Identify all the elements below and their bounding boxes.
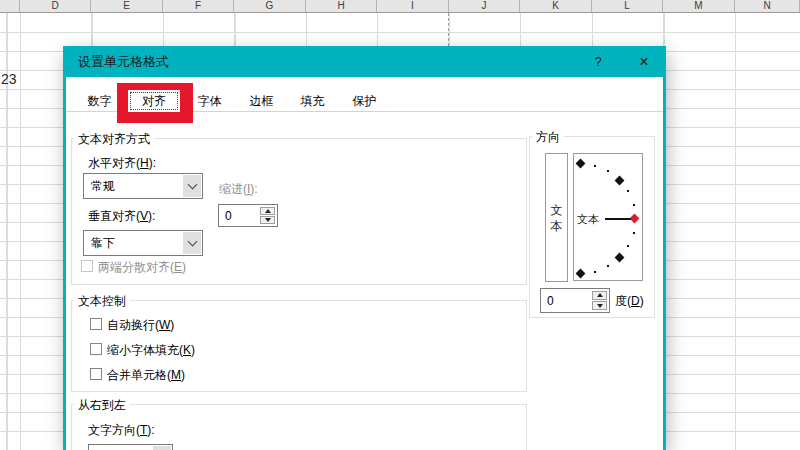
orientation-group-title: 方向 (532, 130, 564, 144)
column-header-N[interactable]: N (735, 0, 800, 12)
indent-value: 0 (225, 209, 232, 223)
gauge-dot (627, 245, 629, 247)
merge-cells-label[interactable]: 合并单元格(M) (107, 368, 185, 382)
gauge-text-label: 文本 (577, 212, 599, 227)
wrap-text-label[interactable]: 自动换行(W) (107, 318, 174, 332)
tab-number[interactable]: 数字 (80, 90, 119, 112)
dialog-left-border (63, 46, 66, 450)
gauge-diamond-90 (576, 159, 586, 169)
column-header-I[interactable]: I (377, 0, 449, 12)
horizontal-alignment-label: 水平对齐(H): (88, 156, 156, 170)
gauge-dot (633, 204, 635, 206)
tab-alignment[interactable]: 对齐 (128, 90, 180, 112)
vertical-alignment-label: 垂直对齐(V): (88, 209, 155, 223)
spin-up-icon[interactable] (592, 291, 607, 300)
gauge-dot (594, 271, 596, 273)
horizontal-alignment-dropdown[interactable]: 常规 (83, 173, 203, 199)
column-header-L[interactable]: L (592, 0, 663, 12)
gauge-diamond-current (630, 214, 640, 224)
wrap-text-checkbox[interactable] (90, 318, 102, 330)
orientation-gauge[interactable]: 文本 (573, 153, 643, 281)
column-header-partial[interactable] (0, 0, 20, 12)
spin-down-icon[interactable] (592, 301, 607, 310)
tab-font[interactable]: 字体 (190, 90, 229, 112)
tab-fill[interactable]: 填充 (293, 90, 332, 112)
dialog-right-border (663, 46, 666, 450)
justify-distributed-label: 两端分散对齐(E) (98, 260, 186, 274)
column-header-E[interactable]: E (91, 0, 163, 12)
spreadsheet-cell[interactable]: 23 (1, 71, 17, 87)
text-direction-dropdown[interactable] (88, 444, 173, 450)
spin-down-icon[interactable] (260, 216, 275, 224)
gauge-diamond-neg45 (615, 253, 625, 263)
column-header-M[interactable]: M (663, 0, 735, 12)
tab-border[interactable]: 边框 (242, 90, 281, 112)
column-header-G[interactable]: G (234, 0, 306, 12)
page-break-line (448, 13, 449, 46)
shrink-to-fit-label[interactable]: 缩小字体填充(K) (107, 343, 195, 357)
text-direction-label: 文字方向(T): (88, 423, 155, 437)
dialog-titlebar: 设置单元格格式 ? × (63, 46, 666, 77)
chevron-down-icon (183, 232, 201, 254)
format-cells-dialog: 设置单元格格式 ? × 数字 对齐 边框 字体 填充 保护 文本对齐方式 水平对… (63, 46, 666, 450)
text-control-group-title: 文本控制 (74, 294, 130, 308)
text-alignment-group-title: 文本对齐方式 (74, 132, 154, 146)
gauge-dot (607, 170, 609, 172)
gauge-dot (633, 232, 635, 234)
column-header-H[interactable]: H (306, 0, 377, 12)
justify-distributed-checkbox (81, 260, 93, 272)
merge-cells-checkbox[interactable] (90, 368, 102, 380)
dialog-title: 设置单元格格式 (78, 46, 169, 77)
degrees-value: 0 (547, 294, 554, 308)
close-icon[interactable]: × (632, 46, 656, 77)
tab-protection[interactable]: 保护 (345, 90, 384, 112)
help-button[interactable]: ? (587, 46, 609, 77)
gauge-diamond-45 (615, 176, 625, 186)
column-header-K[interactable]: K (520, 0, 592, 12)
degrees-label: 度(D) (615, 294, 644, 308)
vertical-text-option[interactable]: 文本 (545, 153, 568, 282)
column-header-J[interactable]: J (449, 0, 520, 12)
shrink-to-fit-checkbox[interactable] (90, 343, 102, 355)
gauge-needle (605, 218, 631, 220)
vertical-alignment-value: 靠下 (91, 235, 115, 252)
right-to-left-group-title: 从右到左 (74, 398, 130, 412)
chevron-down-icon (153, 446, 171, 450)
degrees-stepper[interactable]: 0 (540, 288, 610, 313)
vertical-alignment-dropdown[interactable]: 靠下 (83, 230, 203, 256)
indent-label: 缩进(I): (219, 182, 258, 196)
column-header-D[interactable]: D (20, 0, 91, 12)
gauge-dot (607, 265, 609, 267)
column-header-F[interactable]: F (163, 0, 234, 12)
spin-up-icon[interactable] (260, 207, 275, 215)
vertical-text-label: 文本 (550, 202, 563, 234)
gauge-dot (627, 190, 629, 192)
gauge-dot (594, 165, 596, 167)
chevron-down-icon (183, 175, 201, 197)
gauge-diamond-neg90 (576, 269, 586, 279)
horizontal-alignment-value: 常规 (91, 178, 115, 195)
indent-stepper[interactable]: 0 (218, 204, 278, 227)
